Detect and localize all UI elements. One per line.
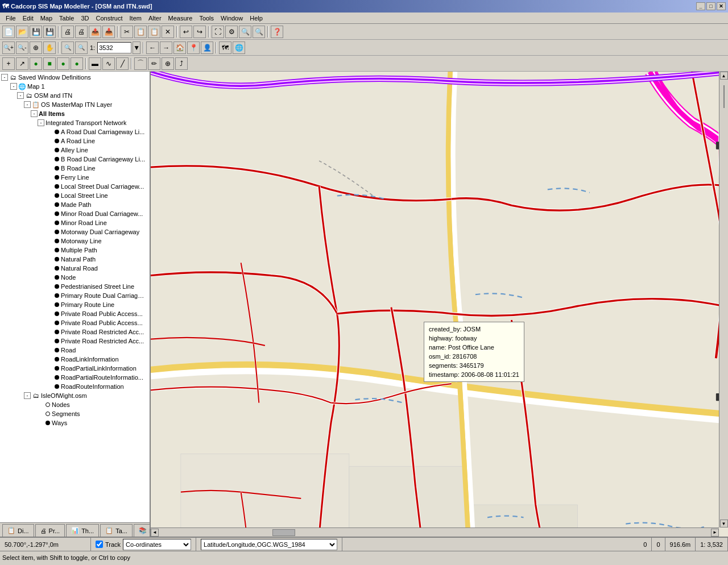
menu-3d[interactable]: 3D (77, 14, 92, 23)
scroll-v-track[interactable] (723, 80, 725, 520)
circle3-btn[interactable]: ● (71, 57, 83, 70)
undo-btn[interactable]: ↩ (180, 26, 192, 38)
paste-btn[interactable]: 📋 (148, 26, 160, 38)
forward-btn[interactable]: → (160, 41, 172, 54)
expand-iow[interactable]: - (24, 392, 31, 399)
tree-view[interactable]: - 🗂 Saved Window Definitions - 🌐 Map 1 -… (0, 72, 150, 522)
scroll-up-btn[interactable]: ▲ (720, 72, 728, 80)
menu-table[interactable]: Table (56, 14, 77, 23)
scroll-h-track[interactable] (159, 529, 711, 536)
tree-ways[interactable]: Ways (1, 418, 148, 427)
pen-btn[interactable]: ✏ (148, 57, 160, 70)
tab-ta[interactable]: 📋 Ta... (100, 524, 133, 537)
tree-item-0[interactable]: A Road Dual Carriageway Li... (1, 127, 148, 136)
tree-item-25[interactable]: RoadLinkInformation (1, 355, 148, 364)
scroll-v-thumb[interactable] (723, 85, 725, 108)
tree-item-4[interactable]: B Road Line (1, 164, 148, 173)
scale-input[interactable] (97, 42, 131, 53)
tree-segments[interactable]: Segments (1, 409, 148, 418)
tree-all-items[interactable]: - All Items (1, 109, 148, 118)
map-area[interactable]: created_by: JOSM highway: footway name: … (151, 72, 728, 537)
tree-item-18[interactable]: Primary Route Dual Carriage... (1, 291, 148, 300)
scroll-right-btn[interactable]: ► (711, 529, 719, 537)
person-btn[interactable]: 👤 (201, 41, 213, 54)
tree-item-1[interactable]: A Road Line (1, 136, 148, 146)
map-btn[interactable]: 🗺 (219, 41, 231, 54)
tree-item-5[interactable]: Ferry Line (1, 173, 148, 182)
close-button[interactable]: ✕ (717, 2, 726, 10)
path-btn[interactable]: ⤴ (175, 57, 188, 70)
add-btn[interactable]: + (2, 57, 15, 70)
maximize-button[interactable]: □ (706, 2, 715, 10)
import-btn[interactable]: 📥 (102, 26, 115, 38)
export-btn[interactable]: 📤 (89, 26, 101, 38)
minimize-button[interactable]: _ (696, 2, 705, 10)
map-scrollbar-v[interactable]: ▲ ▼ (719, 72, 728, 527)
open-btn[interactable]: 📂 (16, 26, 28, 38)
menu-map[interactable]: Map (37, 14, 56, 23)
tree-item-24[interactable]: Road (1, 346, 148, 355)
tree-item-6[interactable]: Local Street Dual Carriagew... (1, 182, 148, 191)
arrow-btn[interactable]: ↗ (16, 57, 28, 70)
zoom-out-btn[interactable]: 🔍- (16, 41, 28, 54)
tree-map1[interactable]: - 🌐 Map 1 (1, 82, 148, 91)
menu-edit[interactable]: Edit (19, 14, 37, 23)
tree-item-3[interactable]: B Road Dual Carriageway Li... (1, 155, 148, 164)
tab-pr[interactable]: 🖨 Pr... (35, 524, 65, 537)
zoom-prev-btn[interactable]: 🔍 (61, 41, 74, 54)
tree-item-13[interactable]: Multiple Path (1, 246, 148, 255)
tree-item-21[interactable]: Private Road Public Access... (1, 318, 148, 327)
node-btn[interactable]: ⊕ (162, 57, 174, 70)
save-as-btn[interactable]: 💾 (43, 26, 56, 38)
coord-type-select[interactable]: Co-ordinates (123, 539, 191, 550)
tree-item-7[interactable]: Local Street Line (1, 191, 148, 200)
tree-item-16[interactable]: Node (1, 273, 148, 282)
tree-iow[interactable]: - 🗂 IsleOfWight.osm (1, 391, 148, 400)
projection-select[interactable]: Latitude/Longitude,OGC.WGS_1984 (201, 539, 337, 550)
bar-btn[interactable]: ▬ (89, 57, 101, 70)
new-btn[interactable]: 📄 (2, 26, 15, 38)
help-btn[interactable]: ❓ (271, 26, 283, 38)
tree-item-2[interactable]: Alley Line (1, 146, 148, 155)
tree-item-8[interactable]: Made Path (1, 200, 148, 209)
tree-item-12[interactable]: Motorway Line (1, 236, 148, 246)
tree-saved-window[interactable]: - 🗂 Saved Window Definitions (1, 73, 148, 82)
tree-item-14[interactable]: Natural Path (1, 255, 148, 264)
zoom-full-btn[interactable]: ⊕ (30, 41, 42, 54)
globe-btn[interactable]: 🌐 (233, 41, 245, 54)
save-btn[interactable]: 💾 (30, 26, 42, 38)
expand-all[interactable]: - (31, 110, 38, 117)
delete-btn[interactable]: ✕ (162, 26, 174, 38)
tab-th[interactable]: 📊 Th... (66, 524, 99, 537)
print2-btn[interactable]: 🖨 (75, 26, 88, 38)
tree-item-19[interactable]: Primary Route Line (1, 300, 148, 309)
cut-btn[interactable]: ✂ (121, 26, 133, 38)
zoom-in-btn[interactable]: 🔍+ (2, 41, 15, 54)
tree-nodes[interactable]: Nodes (1, 400, 148, 409)
copy-btn[interactable]: 📋 (134, 26, 147, 38)
tree-item-27[interactable]: RoadPartialRouteInformatio... (1, 373, 148, 382)
tree-item-17[interactable]: Pedestrianised Street Line (1, 282, 148, 291)
tab-di[interactable]: 📋 Di... (2, 524, 34, 537)
track-checkbox[interactable] (96, 541, 103, 548)
locate-btn[interactable]: 📍 (187, 41, 200, 54)
back-btn[interactable]: ← (146, 41, 159, 54)
home-btn[interactable]: 🏠 (173, 41, 186, 54)
expand-osm[interactable]: - (17, 92, 24, 99)
line-btn[interactable]: ╱ (116, 57, 129, 70)
tree-item-10[interactable]: Minor Road Line (1, 218, 148, 227)
select-btn[interactable]: ⛶ (212, 26, 224, 38)
tree-item-9[interactable]: Minor Road Dual Carriagew... (1, 209, 148, 218)
redo-btn[interactable]: ↪ (193, 26, 206, 38)
tree-item-26[interactable]: RoadPartialLinkInformation (1, 364, 148, 373)
menu-construct[interactable]: Construct (92, 14, 126, 23)
scale-dropdown-btn[interactable]: ▼ (133, 41, 140, 54)
menu-item[interactable]: Item (126, 14, 145, 23)
find2-btn[interactable]: 🔍 (253, 26, 265, 38)
menu-tools[interactable]: Tools (196, 14, 217, 23)
map-scrollbar-h[interactable]: ◄ ► (151, 527, 719, 537)
zoom-next-btn[interactable]: 🔍 (75, 41, 88, 54)
expand-itn[interactable]: - (38, 119, 44, 126)
menu-alter[interactable]: Alter (145, 14, 165, 23)
tree-itn[interactable]: - Integrated Transport Network (1, 118, 148, 127)
